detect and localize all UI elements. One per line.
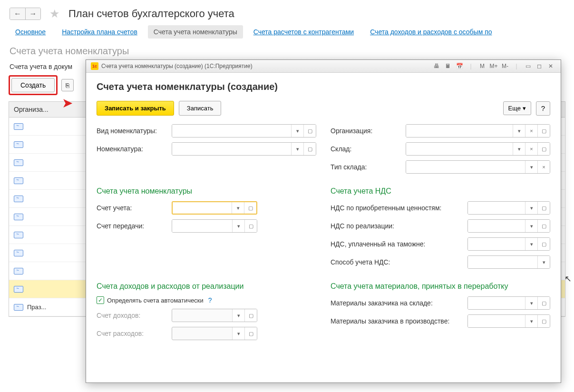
clear-icon[interactable]: × [525, 125, 537, 137]
m-minus-button[interactable]: M- [500, 62, 510, 70]
input-field[interactable] [468, 256, 537, 268]
input-vat-customs[interactable]: ▾ ▢ [467, 237, 550, 251]
input-account[interactable]: ▾ ▢ [172, 201, 257, 215]
forward-button[interactable]: → [25, 8, 40, 20]
open-icon[interactable]: ▢ [303, 143, 316, 155]
input-field[interactable] [468, 297, 525, 309]
open-icon[interactable]: ▢ [537, 238, 550, 250]
dropdown-icon[interactable]: ▾ [232, 202, 244, 214]
dropdown-icon[interactable]: ▾ [232, 309, 244, 322]
input-materials-warehouse[interactable]: ▾ ▢ [467, 296, 550, 310]
minimize-icon[interactable]: ▭ [523, 62, 533, 70]
dropdown-icon[interactable]: ▾ [537, 256, 550, 268]
input-field[interactable] [172, 309, 232, 322]
input-warehouse-type[interactable]: ▾ × [406, 160, 550, 174]
save-close-button[interactable]: Записать и закрыть [97, 101, 174, 116]
m-button[interactable]: M [477, 62, 487, 70]
clear-icon[interactable]: × [525, 143, 537, 155]
open-icon[interactable]: ▢ [244, 220, 257, 232]
dropdown-icon[interactable]: ▾ [513, 143, 525, 155]
dropdown-icon[interactable]: ▾ [232, 220, 244, 232]
dropdown-icon[interactable]: ▾ [525, 202, 537, 214]
print-icon[interactable]: 🖶 [431, 62, 442, 70]
dropdown-icon[interactable]: ▾ [525, 315, 537, 327]
row-icon [14, 268, 23, 274]
back-button[interactable]: ← [10, 8, 25, 20]
input-field[interactable] [468, 220, 525, 232]
input-organization[interactable]: ▾ × ▢ [406, 124, 550, 137]
dialog-heading: Счета учета номенклатуры (создание) [97, 81, 550, 92]
row-icon [14, 159, 23, 166]
input-field[interactable] [172, 125, 291, 137]
input-field[interactable] [406, 143, 513, 155]
input-field[interactable] [172, 220, 232, 232]
input-vat-sale[interactable]: ▾ ▢ [467, 219, 550, 233]
dropdown-icon[interactable]: ▾ [525, 238, 537, 250]
open-icon[interactable]: ▢ [537, 315, 550, 327]
label-warehouse: Склад: [331, 145, 402, 153]
input-transfer-account[interactable]: ▾ ▢ [172, 219, 257, 233]
label-income-account: Счет доходов: [97, 312, 168, 319]
label-vat-sale: НДС по реализации: [331, 222, 464, 230]
input-field[interactable] [172, 143, 291, 155]
dropdown-icon[interactable]: ▾ [525, 297, 537, 309]
cursor-icon: ↖ [564, 274, 572, 284]
input-field[interactable] [468, 315, 525, 327]
tabs: Основное Настройка плана счетов Счета уч… [0, 25, 574, 43]
tab-main[interactable]: Основное [10, 25, 51, 39]
input-field[interactable] [172, 327, 232, 340]
open-icon[interactable]: ▢ [537, 220, 550, 232]
open-icon[interactable]: ▢ [303, 125, 316, 137]
dropdown-icon[interactable]: ▾ [525, 220, 537, 232]
input-field[interactable] [468, 238, 525, 250]
dropdown-icon[interactable]: ▾ [513, 125, 525, 137]
tab-plan-settings[interactable]: Настройка плана счетов [56, 25, 143, 39]
close-icon[interactable]: ✕ [545, 62, 556, 70]
favorite-star-icon[interactable]: ★ [49, 7, 60, 20]
create-button[interactable]: Создать [11, 78, 55, 92]
input-vat-method[interactable]: ▾ [467, 255, 550, 269]
input-income-account[interactable]: ▾ ▢ [172, 309, 257, 322]
calc-icon[interactable]: 🖩 [443, 62, 453, 70]
maximize-icon[interactable]: ◻ [534, 62, 545, 70]
dropdown-icon[interactable]: ▾ [291, 125, 303, 137]
dialog-titlebar[interactable]: 1c Счета учета номенклатуры (создание) (… [86, 60, 561, 73]
input-field[interactable] [173, 202, 232, 214]
input-nomenclature-type[interactable]: ▾ ▢ [172, 124, 316, 137]
input-nomenclature[interactable]: ▾ ▢ [172, 142, 316, 156]
open-icon[interactable]: ▢ [537, 143, 550, 155]
dropdown-icon[interactable]: ▾ [232, 327, 244, 340]
checkbox-auto-accounts[interactable]: ✓ [97, 296, 104, 304]
tab-counterparty-accounts[interactable]: Счета расчетов с контрагентами [248, 25, 360, 39]
input-warehouse[interactable]: ▾ × ▢ [406, 142, 550, 156]
input-expense-account[interactable]: ▾ ▢ [172, 327, 257, 340]
open-icon[interactable]: ▢ [244, 202, 256, 214]
open-icon[interactable]: ▢ [537, 202, 550, 214]
more-button[interactable]: Еще ▾ [503, 101, 531, 115]
open-icon[interactable]: ▢ [537, 125, 550, 137]
clear-icon[interactable]: × [537, 161, 550, 173]
input-materials-production[interactable]: ▾ ▢ [467, 314, 550, 328]
input-field[interactable] [406, 125, 513, 137]
label-vat-method: Способ учета НДС: [331, 258, 464, 266]
tab-nomenclature-accounts[interactable]: Счета учета номенклатуры [148, 25, 243, 39]
create-button-highlight: Создать [9, 75, 58, 95]
section-vat-title: Счета учета НДС [331, 187, 550, 196]
dropdown-icon[interactable]: ▾ [291, 143, 303, 155]
input-field[interactable] [406, 161, 525, 173]
calendar-icon[interactable]: 📅 [454, 62, 465, 70]
save-button[interactable]: Записать [179, 101, 222, 116]
input-vat-purchase[interactable]: ▾ ▢ [467, 201, 550, 215]
open-icon[interactable]: ▢ [537, 297, 550, 309]
help-button[interactable]: ? [536, 101, 550, 116]
help-link-icon[interactable]: ? [208, 296, 212, 304]
copy-button[interactable]: ⎘ [61, 79, 74, 91]
m-plus-button[interactable]: M+ [488, 62, 499, 70]
open-icon[interactable]: ▢ [244, 309, 257, 322]
input-field[interactable] [468, 202, 525, 214]
app-logo-icon: 1c [91, 62, 98, 70]
chevron-down-icon: ▾ [523, 105, 526, 112]
dropdown-icon[interactable]: ▾ [525, 161, 537, 173]
open-icon[interactable]: ▢ [244, 327, 257, 340]
tab-special-income[interactable]: Счета доходов и расходов с особым по [364, 25, 497, 39]
